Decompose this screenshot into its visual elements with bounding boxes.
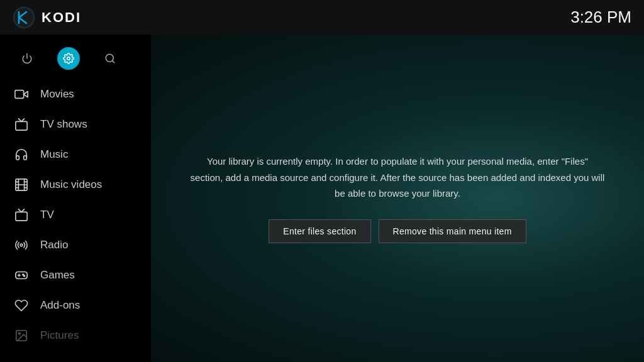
tv-label: TV [40,209,54,221]
sidebar-icon-row [0,41,151,79]
tv-icon [14,207,29,222]
music-videos-icon [14,177,29,192]
svg-point-0 [13,6,35,29]
svg-point-27 [18,332,20,334]
radio-icon [14,238,29,253]
svg-point-21 [20,244,23,246]
tv-shows-icon [14,117,29,132]
pictures-label: Pictures [40,329,79,342]
movies-label: Movies [40,88,74,101]
sidebar-item-radio[interactable]: Radio [0,230,151,260]
svg-point-6 [67,57,70,60]
svg-point-25 [24,275,25,277]
search-button[interactable] [99,47,121,70]
settings-button[interactable] [57,47,80,70]
music-label: Music [40,148,68,161]
sidebar-item-tv[interactable]: TV [0,200,151,230]
radio-label: Radio [40,239,68,251]
kodi-logo-icon [13,6,35,29]
library-empty-message-box: Your library is currently empty. In orde… [177,141,618,256]
svg-rect-10 [15,90,24,99]
music-icon [14,147,29,162]
message-buttons: Enter files section Remove this main men… [190,219,605,243]
svg-line-8 [112,60,114,62]
tv-shows-label: TV shows [40,118,87,131]
music-videos-label: Music videos [40,178,102,191]
header-left: KODI [13,6,81,29]
app-title: KODI [42,9,81,26]
sidebar-item-tv-shows[interactable]: TV shows [0,109,151,140]
header: KODI 3:26 PM [0,0,644,35]
movies-icon [14,87,29,102]
remove-menu-item-button[interactable]: Remove this main menu item [379,219,526,243]
sidebar-menu: Movies TV shows Music [0,79,151,362]
add-ons-label: Add-ons [40,299,80,312]
pictures-icon [14,328,29,343]
library-empty-message: Your library is currently empty. In orde… [190,153,605,202]
sidebar-item-music[interactable]: Music [0,140,151,170]
games-icon [14,268,29,283]
sidebar-item-games[interactable]: Games [0,260,151,290]
sidebar: Movies TV shows Music [0,35,151,362]
clock: 3:26 PM [570,8,631,27]
svg-rect-20 [16,212,27,221]
sidebar-item-movies[interactable]: Movies [0,79,151,109]
enter-files-button[interactable]: Enter files section [269,219,370,243]
add-ons-icon [14,298,29,313]
sidebar-item-pictures[interactable]: Pictures [0,321,151,351]
svg-rect-11 [16,121,27,130]
main-content: Your library is currently empty. In orde… [151,35,644,362]
power-button[interactable] [16,47,38,70]
games-label: Games [40,269,75,282]
sidebar-item-music-videos[interactable]: Music videos [0,170,151,200]
svg-marker-9 [24,91,28,97]
sidebar-item-add-ons[interactable]: Add-ons [0,290,151,321]
